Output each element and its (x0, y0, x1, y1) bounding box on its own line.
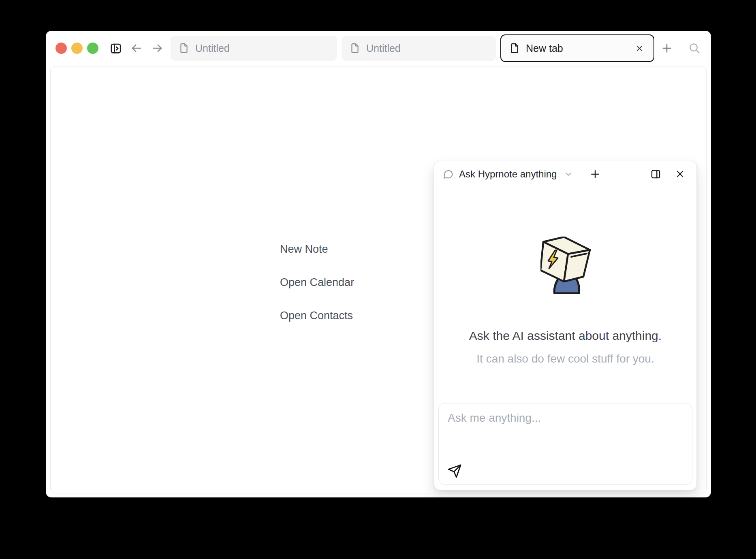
forward-button[interactable] (150, 41, 164, 55)
back-button[interactable] (130, 41, 143, 55)
plus-icon (589, 169, 601, 180)
send-button[interactable] (446, 463, 463, 480)
panel-right-icon (650, 169, 661, 179)
assistant-close-button[interactable] (673, 167, 687, 181)
open-calendar-link[interactable]: Open Calendar (280, 276, 354, 289)
send-icon (447, 464, 462, 478)
close-icon (635, 44, 644, 53)
arrow-left-icon (130, 42, 143, 54)
chevron-down-icon (564, 170, 573, 179)
sidebar-toggle-button[interactable] (109, 41, 123, 55)
new-chat-button[interactable] (588, 167, 602, 181)
tab-label: New tab (526, 43, 563, 54)
nav-controls (109, 31, 164, 66)
assistant-input-container (438, 403, 692, 485)
assistant-headline: Ask the AI assistant about anything. (469, 329, 662, 343)
file-icon (509, 43, 520, 53)
new-note-link[interactable]: New Note (280, 243, 328, 256)
tab-label: Untitled (366, 43, 401, 54)
file-icon (179, 43, 189, 53)
tab-label: Untitled (195, 43, 230, 54)
assistant-empty-state: Ask the AI assistant about anything. It … (434, 187, 696, 365)
search-icon (688, 42, 700, 54)
tab-bar: Untitled Untitled New tab (46, 31, 711, 66)
close-icon (675, 169, 685, 179)
chat-bubble-icon (442, 169, 454, 180)
quick-links: New Note Open Calendar Open Contacts (280, 243, 354, 322)
zoom-window-button[interactable] (87, 43, 98, 54)
close-window-button[interactable] (56, 43, 67, 54)
assistant-title-dropdown[interactable]: Ask Hyprnote anything (442, 169, 573, 180)
tab-new-tab[interactable]: New tab (500, 34, 654, 62)
app-window: Untitled Untitled New tab (46, 31, 711, 497)
file-icon (350, 43, 360, 53)
tab-untitled-2[interactable]: Untitled (342, 36, 496, 61)
traffic-lights (56, 31, 98, 66)
arrow-right-icon (151, 42, 163, 54)
assistant-mascot-illustration (540, 237, 591, 294)
tabbar-actions (660, 31, 701, 66)
minimize-window-button[interactable] (71, 43, 83, 54)
plus-icon (661, 42, 673, 54)
assistant-input[interactable] (439, 403, 692, 460)
panel-layout-button[interactable] (649, 167, 662, 181)
search-button[interactable] (688, 41, 701, 55)
tab-untitled-1[interactable]: Untitled (171, 36, 337, 61)
panel-left-open-icon (110, 42, 122, 54)
assistant-panel: Ask Hyprnote anything (434, 161, 697, 490)
assistant-subtext: It can also do few cool stuff for you. (476, 352, 654, 365)
open-contacts-link[interactable]: Open Contacts (280, 309, 353, 322)
tab-strip: Untitled Untitled New tab (171, 31, 654, 66)
tab-close-button[interactable] (633, 42, 645, 54)
assistant-header: Ask Hyprnote anything (434, 161, 696, 187)
assistant-title: Ask Hyprnote anything (459, 169, 557, 180)
new-tab-button[interactable] (660, 41, 674, 55)
